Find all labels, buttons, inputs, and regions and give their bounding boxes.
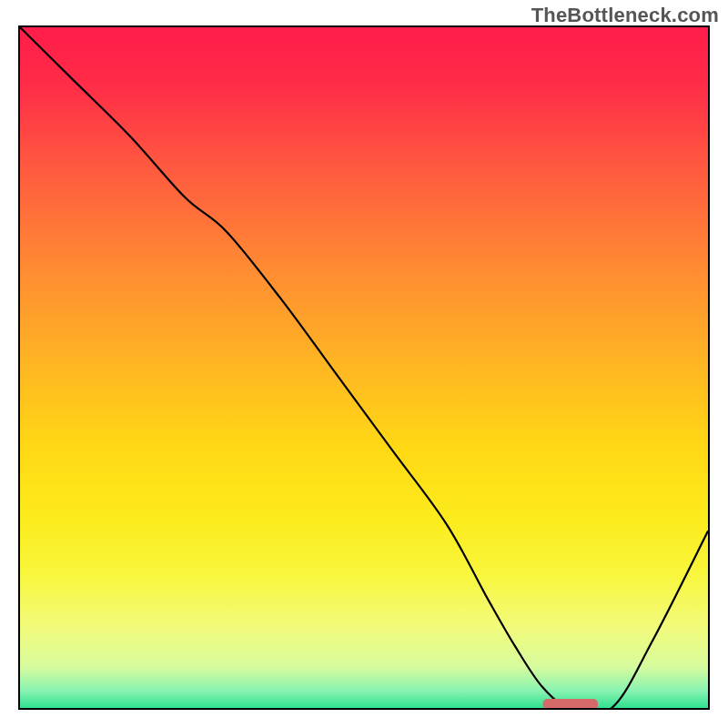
bottleneck-curve — [20, 27, 708, 708]
plot-area — [18, 25, 710, 710]
optimal-marker — [543, 699, 598, 708]
watermark-text: TheBottleneck.com — [531, 4, 719, 27]
chart-frame: TheBottleneck.com — [0, 0, 728, 728]
curve-layer — [20, 27, 708, 708]
